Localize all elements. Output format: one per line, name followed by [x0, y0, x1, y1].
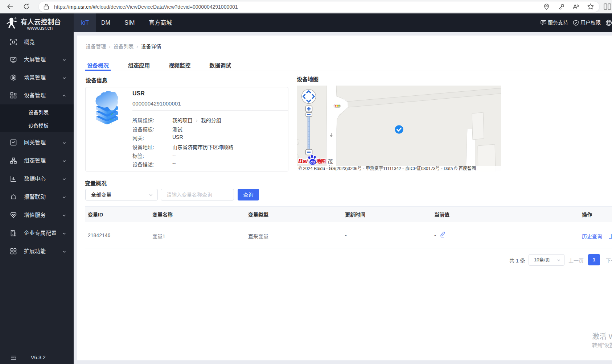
svg-text:© 2024 Baidu - GS(2023)3206号 -: © 2024 Baidu - GS(2023)3206号 - 甲测资字11111… — [299, 166, 476, 171]
svg-text:茂: 茂 — [328, 158, 333, 165]
svg-text:Bai: Bai — [298, 158, 308, 165]
svg-text:du: du — [311, 160, 315, 164]
svg-text:地图: 地图 — [316, 158, 326, 164]
